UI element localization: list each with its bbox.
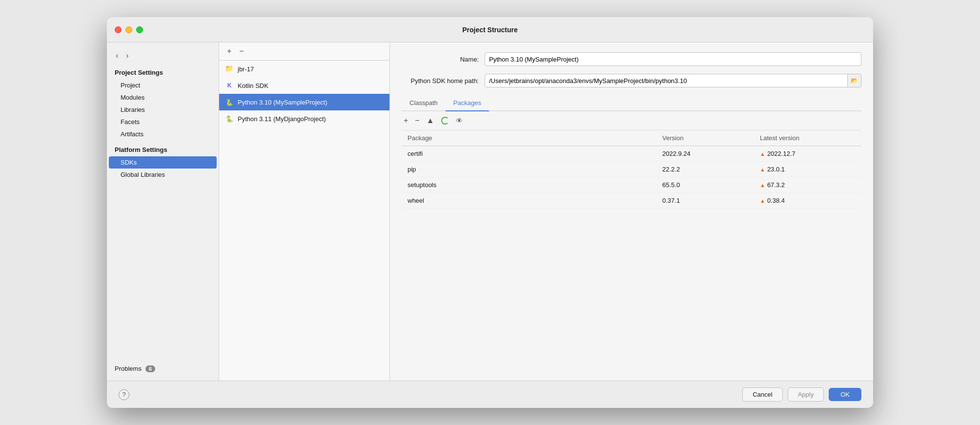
python311-icon: 🐍 [225,114,234,123]
sdk-entry-python310-label: Python 3.10 (MySampleProject) [238,99,327,106]
sdk-list: 📁 jbr-17 K Kotlin SDK 🐍 Python 3.10 (MyS… [219,61,389,381]
path-input-wrap: 📂 [485,74,861,87]
add-package-button[interactable]: + [402,115,410,126]
help-button[interactable]: ? [119,389,129,400]
sidebar-item-sdks[interactable]: SDKs [109,156,217,169]
sidebar-item-modules[interactable]: Modules [107,91,219,104]
platform-settings-header: Platform Settings [107,144,219,156]
table-row[interactable]: wheel 0.37.1 ▲0.38.4 [402,193,861,209]
minimize-button[interactable] [125,26,132,33]
table-row[interactable]: certifi 2022.9.24 ▲2022.12.7 [402,146,861,162]
apply-button[interactable]: Apply [788,387,824,402]
version-col-header: Version [656,130,754,146]
project-settings-header: Project Settings [107,67,219,79]
latest-version-col-header: Latest version [754,130,861,146]
package-cell: pip [402,162,656,177]
tab-packages[interactable]: Packages [446,95,489,111]
eye-icon: 👁 [456,117,463,125]
package-cell: certifi [402,146,656,162]
path-input[interactable] [485,74,848,87]
sidebar: ‹ › Project Settings Project Modules Lib… [107,42,219,381]
window-title: Project Structure [462,26,518,34]
up-arrow-icon: ▲ [427,116,434,125]
up-button[interactable]: ▲ [425,115,436,126]
eye-button[interactable]: 👁 [454,116,465,126]
problems-label: Problems [115,365,142,372]
sidebar-item-facets[interactable]: Facets [107,116,219,128]
latest-version-cell: ▲23.0.1 [754,162,861,177]
sdk-toolbar: + − [219,42,389,61]
sdk-list-panel: + − 📁 jbr-17 K Kotlin SDK [219,42,390,381]
content-area: ‹ › Project Settings Project Modules Lib… [107,42,873,381]
packages-table: Package Version Latest version [402,130,861,371]
sdk-entry-jbr17-label: jbr-17 [238,65,254,73]
sdk-entry-kotlin-label: Kotlin SDK [238,82,268,89]
cancel-button[interactable]: Cancel [742,387,782,402]
update-arrow-icon: ▲ [760,182,765,188]
detail-panel: Name: Python SDK home path: 📂 [390,42,873,381]
folder-icon: 📁 [225,64,234,73]
version-cell: 0.37.1 [656,193,754,209]
table-row[interactable]: pip 22.2.2 ▲23.0.1 [402,162,861,177]
footer-left: ? [119,389,737,400]
refresh-icon [441,117,449,125]
sdk-entry-python311[interactable]: 🐍 Python 3.11 (MyDjangoProject) [219,110,389,127]
update-arrow-icon: ▲ [760,198,765,204]
table-row[interactable]: setuptools 65.5.0 ▲67.3.2 [402,177,861,193]
traffic-lights [115,26,143,33]
package-cell: wheel [402,193,656,209]
browse-button[interactable]: 📂 [848,74,861,87]
sdk-entry-python310[interactable]: 🐍 Python 3.10 (MySampleProject) [219,94,389,110]
sidebar-item-libraries[interactable]: Libraries [107,104,219,116]
latest-version-cell: ▲2022.12.7 [754,146,861,162]
latest-version-cell: ▲67.3.2 [754,177,861,193]
path-row: Python SDK home path: 📂 [402,74,861,87]
refresh-button[interactable] [439,116,451,126]
package-cell: setuptools [402,177,656,193]
remove-sdk-button[interactable]: − [237,46,245,56]
remove-package-button[interactable]: − [413,115,421,126]
packages-toolbar: + − ▲ 👁 [402,111,861,130]
main-content-row: + − 📁 jbr-17 K Kotlin SDK [219,42,873,381]
ok-button[interactable]: OK [829,388,861,401]
sdk-entry-python311-label: Python 3.11 (MyDjangoProject) [238,115,326,123]
footer: ? Cancel Apply OK [107,381,873,408]
name-input[interactable] [485,52,861,66]
name-label: Name: [402,56,485,63]
sidebar-item-artifacts[interactable]: Artifacts [107,128,219,140]
sdk-entry-kotlin[interactable]: K Kotlin SDK [219,77,389,94]
plus-icon: + [404,116,408,125]
nav-buttons: ‹ › [107,46,219,67]
version-cell: 22.2.2 [656,162,754,177]
minus-icon: − [415,116,419,125]
main-window: Project Structure ‹ › Project Settings P… [107,17,873,408]
back-button[interactable]: ‹ [113,50,121,61]
update-arrow-icon: ▲ [760,151,765,157]
latest-version-cell: ▲0.38.4 [754,193,861,209]
kotlin-icon: K [225,81,234,90]
version-cell: 2022.9.24 [656,146,754,162]
add-sdk-button[interactable]: + [225,46,233,56]
sidebar-item-global-libraries[interactable]: Global Libraries [107,169,219,181]
browse-icon: 📂 [851,77,858,84]
sidebar-item-project[interactable]: Project [107,79,219,91]
tab-classpath[interactable]: Classpath [402,95,446,111]
tabs-row: Classpath Packages [402,95,861,111]
path-label: Python SDK home path: [402,77,485,85]
problems-badge: 6 [145,365,155,372]
python310-icon: 🐍 [225,98,234,106]
spacer [107,140,219,144]
titlebar: Project Structure [107,17,873,42]
problems-row[interactable]: Problems 6 [107,362,219,375]
update-arrow-icon: ▲ [760,167,765,172]
sdk-entry-jbr17[interactable]: 📁 jbr-17 [219,61,389,77]
package-col-header: Package [402,130,656,146]
version-cell: 65.5.0 [656,177,754,193]
forward-button[interactable]: › [123,50,131,61]
maximize-button[interactable] [136,26,143,33]
name-row: Name: [402,52,861,66]
close-button[interactable] [115,26,122,33]
